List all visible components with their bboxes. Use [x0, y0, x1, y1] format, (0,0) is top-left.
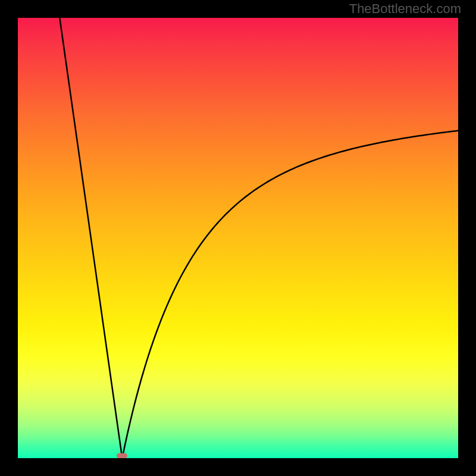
watermark-text: TheBottleneck.com: [349, 1, 461, 17]
curve-path: [60, 18, 458, 458]
plot-area: [18, 18, 458, 458]
minimum-point-marker: [117, 453, 127, 459]
chart-container: TheBottleneck.com: [0, 0, 476, 476]
bottleneck-curve: [18, 18, 458, 458]
